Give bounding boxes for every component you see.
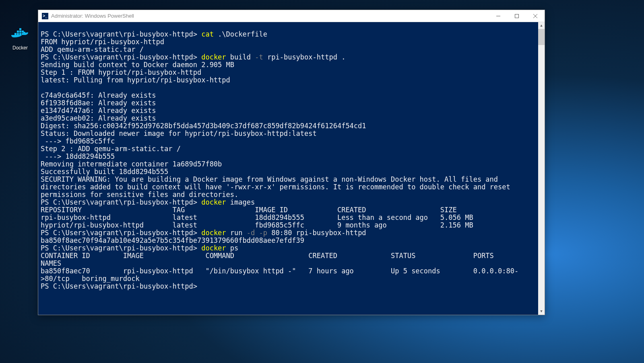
window-title: Administrator: Windows PowerShell [51, 13, 489, 19]
output-line: a3ed95caeb02: Already exists [41, 114, 156, 122]
command: docker [201, 53, 226, 61]
output-line: Step 1 : FROM hypriot/rpi-busybox-httpd [41, 68, 201, 76]
powershell-icon: >_ [41, 12, 49, 20]
desktop-icon-docker[interactable]: Docker [6, 24, 34, 51]
table-row: rpi-busybox-httpd latest 18dd8294b555 Le… [41, 213, 473, 221]
scroll-thumb[interactable] [538, 29, 545, 45]
prompt: PS C:\Users\vagrant\rpi-busybox-httpd> [41, 30, 201, 38]
svg-rect-0 [14, 33, 17, 35]
output-line: ---> 18dd8294b555 [41, 152, 115, 160]
command: docker [201, 229, 226, 237]
minimize-button[interactable] [489, 10, 508, 22]
table-header: REPOSITORY TAG IMAGE ID CREATED SIZE [41, 206, 457, 214]
svg-rect-9 [515, 14, 519, 18]
output-line: 6f1938f6d8ae: Already exists [41, 99, 156, 107]
table-row: hypriot/rpi-busybox-httpd latest fbd9685… [41, 221, 473, 229]
table-header: CONTAINER ID IMAGE COMMAND CREATED STATU… [41, 252, 545, 267]
output-line: Removing intermediate container 1a689d57… [41, 160, 222, 168]
maximize-button[interactable] [508, 10, 526, 22]
output-line: Step 2 : ADD qemu-arm-static.tar / [41, 145, 181, 153]
prompt: PS C:\Users\vagrant\rpi-busybox-httpd> [41, 282, 201, 290]
output-line: c74a9c6a645f: Already exists [41, 91, 156, 99]
output-line: ---> fbd9685c5ffc [41, 137, 115, 145]
svg-rect-1 [17, 33, 19, 35]
titlebar[interactable]: >_ Administrator: Windows PowerShell [38, 10, 545, 22]
output-line: latest: Pulling from hypriot/rpi-busybox… [41, 76, 230, 84]
command: cat [201, 30, 214, 38]
output-line: ADD qemu-arm-static.tar / [41, 45, 144, 53]
window-controls [489, 10, 545, 22]
docker-whale-icon [10, 24, 30, 43]
command: docker [201, 244, 226, 252]
svg-rect-7 [19, 28, 21, 30]
scroll-up-arrow-icon[interactable]: ▲ [538, 22, 545, 29]
output-line: Sending build context to Docker daemon 2… [41, 61, 234, 69]
prompt: PS C:\Users\vagrant\rpi-busybox-httpd> [41, 229, 201, 237]
svg-rect-2 [19, 33, 21, 35]
output-line: ba850f8aec70f94a7ab10e492a5e7b5c354fbe73… [41, 236, 304, 244]
prompt: PS C:\Users\vagrant\rpi-busybox-httpd> [41, 244, 201, 252]
svg-rect-4 [17, 31, 19, 33]
table-row: ba850f8aec70 rpi-busybox-httpd "/bin/bus… [41, 267, 518, 283]
prompt: PS C:\Users\vagrant\rpi-busybox-httpd> [41, 198, 201, 206]
powershell-window: >_ Administrator: Windows PowerShell PS … [38, 10, 545, 315]
output-line: FROM hypriot/rpi-busybox-httpd [41, 38, 164, 46]
scroll-down-arrow-icon[interactable]: ▼ [538, 308, 545, 315]
svg-rect-5 [19, 31, 21, 33]
close-button[interactable] [526, 10, 545, 22]
output-line: SECURITY WARNING: You are building a Doc… [41, 175, 514, 199]
output-line: Status: Downloaded newer image for hypri… [41, 129, 317, 137]
terminal-area[interactable]: PS C:\Users\vagrant\rpi-busybox-httpd> c… [38, 22, 545, 315]
scrollbar[interactable]: ▲ ▼ [538, 22, 545, 315]
output-line: Successfully built 18dd8294b555 [41, 168, 168, 176]
output-line: Digest: sha256:c00342f952d97628bf5dda457… [41, 122, 366, 130]
command: docker [201, 198, 226, 206]
desktop-icon-label: Docker [6, 45, 34, 51]
scroll-track[interactable] [538, 29, 545, 308]
prompt: PS C:\Users\vagrant\rpi-busybox-httpd> [41, 53, 201, 61]
output-line: e1347d4747a6: Already exists [41, 107, 156, 115]
